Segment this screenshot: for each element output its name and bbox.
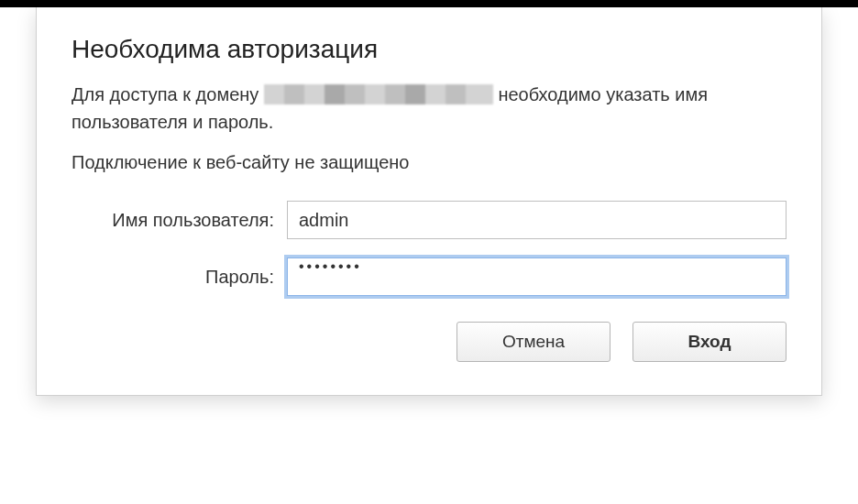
top-bar: [0, 0, 858, 7]
message-text-before: Для доступа к домену: [72, 84, 264, 104]
redacted-domain: [264, 84, 493, 104]
username-row: Имя пользователя:: [72, 201, 786, 239]
submit-button[interactable]: Вход: [632, 322, 786, 362]
password-label: Пароль:: [72, 267, 287, 288]
cancel-button[interactable]: Отмена: [456, 322, 610, 362]
password-input[interactable]: ••••••••: [287, 257, 786, 296]
username-label: Имя пользователя:: [72, 210, 287, 231]
auth-dialog: Необходима авторизация Для доступа к дом…: [36, 7, 822, 396]
button-row: Отмена Вход: [72, 322, 786, 362]
dialog-message: Для доступа к домену необходимо указать …: [72, 81, 786, 136]
password-row: Пароль: ••••••••: [72, 257, 786, 296]
username-input[interactable]: [287, 201, 786, 239]
connection-warning: Подключение к веб-сайту не защищено: [72, 152, 786, 173]
dialog-title: Необходима авторизация: [72, 35, 786, 64]
